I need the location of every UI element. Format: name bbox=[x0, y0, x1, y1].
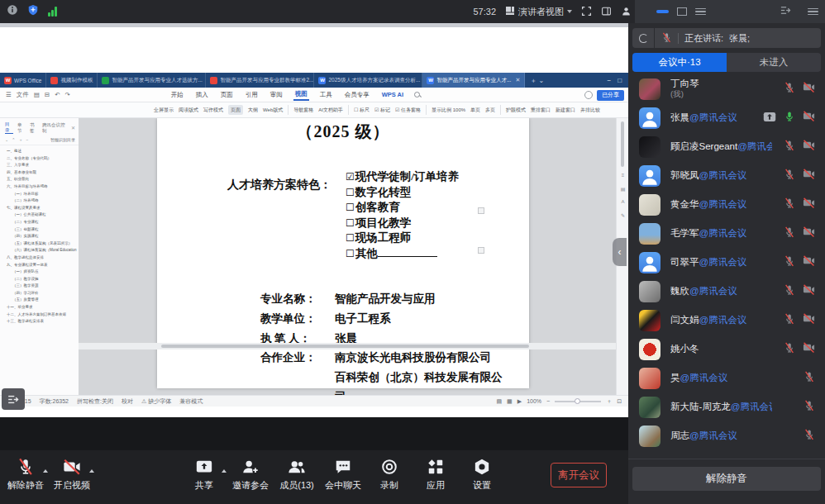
mic-muted-icon[interactable] bbox=[784, 197, 795, 212]
ribbon-item[interactable]: 多页 bbox=[485, 107, 495, 114]
menu-lines-icon[interactable] bbox=[695, 8, 706, 16]
wps-menu-WPS AI[interactable]: WPS AI bbox=[380, 90, 405, 99]
tab-in-meeting[interactable]: 会议中·13 bbox=[632, 53, 727, 72]
horizontal-scrollbar[interactable] bbox=[79, 343, 616, 349]
toolbar-item-chat[interactable]: 会中聊天 bbox=[324, 458, 362, 492]
status-segment[interactable]: 拼写检查:关闭 bbox=[77, 397, 113, 406]
participants-icon[interactable] bbox=[621, 6, 632, 18]
wps-restore-icon[interactable]: □ bbox=[618, 77, 622, 84]
expand-caret-icon[interactable] bbox=[222, 469, 227, 473]
camera-off-icon[interactable] bbox=[803, 139, 815, 155]
mic-muted-icon[interactable] bbox=[804, 371, 815, 386]
panel-unmute-button[interactable]: 解除静音 bbox=[632, 467, 821, 491]
network-signal-icon[interactable] bbox=[48, 7, 57, 17]
wps-document-tab[interactable]: 智能产品开发与应用专业人才选拔方... bbox=[98, 73, 206, 88]
outline-item[interactable]: （一）公共基础课程 bbox=[0, 212, 77, 219]
mic-muted-icon[interactable] bbox=[804, 400, 815, 415]
ribbon-item[interactable]: AI文档助手 bbox=[318, 107, 343, 114]
wps-document-tab[interactable]: W2025级人才培养方案记录表调查分析... bbox=[314, 73, 422, 88]
smart-toc-label[interactable]: 智能识别目录 bbox=[50, 137, 75, 142]
ribbon-item[interactable]: ☑ 标记 bbox=[374, 107, 390, 114]
ribbon-item[interactable]: Web版式 bbox=[263, 107, 283, 114]
tab-not-joined[interactable]: 未进入 bbox=[727, 53, 821, 72]
play-view-icon[interactable]: ▶ bbox=[517, 398, 522, 405]
hamburger-icon[interactable] bbox=[808, 8, 818, 16]
camera-off-icon[interactable] bbox=[803, 226, 815, 241]
mic-muted-icon[interactable] bbox=[784, 169, 795, 183]
outline-item[interactable]: 九、专业课程设置一览表 bbox=[0, 262, 77, 269]
ribbon-item[interactable]: 页面 bbox=[228, 105, 243, 115]
nav-tab-3[interactable]: 腾讯会议控制 bbox=[42, 122, 67, 134]
zoom-slider[interactable] bbox=[555, 401, 601, 402]
expand-all-icon[interactable]: ⌃ bbox=[12, 137, 15, 142]
mic-muted-icon[interactable] bbox=[784, 342, 795, 357]
view-web-icon[interactable]: ▦ bbox=[507, 398, 513, 405]
restore-window-icon[interactable] bbox=[677, 7, 687, 16]
camera-off-icon[interactable] bbox=[803, 168, 815, 183]
ribbon-item[interactable]: 显示比例 100% bbox=[432, 107, 465, 114]
list-item[interactable]: 黄金华@腾讯会议 bbox=[628, 190, 825, 219]
outline-item[interactable]: （四）学习评价 bbox=[0, 290, 77, 297]
ribbon-item[interactable]: 并排比较 bbox=[580, 107, 600, 114]
wps-menu-引用[interactable]: 引用 bbox=[244, 90, 260, 100]
redo-icon[interactable]: ↷ bbox=[64, 91, 69, 98]
camera-off-icon[interactable] bbox=[803, 81, 815, 97]
font-tool-icon[interactable]: A bbox=[617, 199, 629, 204]
outline-item[interactable]: 十一、毕业要求 bbox=[0, 304, 77, 311]
wps-share-button[interactable]: 已分享 bbox=[597, 90, 624, 101]
mic-muted-icon[interactable] bbox=[784, 284, 795, 299]
account-avatar-icon[interactable] bbox=[584, 91, 593, 99]
status-segment[interactable]: 校对 bbox=[122, 397, 133, 406]
outline-item[interactable]: 五、职业面向 bbox=[0, 176, 77, 183]
zoom-out-icon[interactable]: − bbox=[26, 137, 28, 142]
outline-item[interactable]: 四、基本修业年限 bbox=[0, 169, 77, 177]
ribbon-item[interactable]: 导航窗格 bbox=[293, 107, 313, 114]
list-item[interactable]: 周志@腾讯会议 bbox=[628, 421, 825, 450]
list-item[interactable]: 闫文娟@腾讯会议 bbox=[628, 306, 825, 335]
list-item[interactable]: 顾启凌Sergeant@腾讯会议 bbox=[628, 132, 825, 161]
wps-minimize-icon[interactable]: − bbox=[607, 77, 611, 84]
mic-active-icon[interactable] bbox=[784, 111, 795, 126]
mic-muted-icon[interactable] bbox=[784, 255, 795, 270]
side-panel-toggle-icon[interactable] bbox=[601, 6, 612, 18]
wps-file-menu[interactable]: 文件 bbox=[17, 91, 29, 99]
vertical-scrollbar[interactable] bbox=[621, 121, 624, 167]
toolbar-item-invite[interactable]: 邀请参会 bbox=[231, 458, 269, 492]
wps-document-tab[interactable]: W智能产品开发与应用专业人才...✕ bbox=[422, 73, 525, 88]
toolbar-item-members[interactable]: 成员(13) bbox=[278, 458, 316, 492]
mic-muted-icon[interactable] bbox=[784, 226, 795, 241]
toolbar-item-record[interactable]: 录制 bbox=[370, 458, 408, 492]
camera-off-icon[interactable] bbox=[803, 254, 815, 270]
outline-item[interactable]: 十二、人才培养方案制订的基本依据 bbox=[0, 311, 77, 319]
ribbon-item[interactable]: 全屏显示 bbox=[154, 107, 174, 114]
wps-menu-开始[interactable]: 开始 bbox=[169, 90, 185, 100]
outline-item[interactable]: （一）师资队伍 bbox=[0, 269, 77, 276]
ribbon-item[interactable]: 新建窗口 bbox=[556, 107, 575, 114]
outline-item[interactable]: （二）教学设施 bbox=[0, 276, 77, 283]
minimize-icon[interactable] bbox=[656, 10, 669, 13]
wps-document-tab[interactable]: 智能产品开发与应用专业群教学标准2... bbox=[206, 73, 314, 88]
status-segment[interactable]: 兼容模式 bbox=[179, 397, 203, 406]
ribbon-item[interactable]: 写作模式 bbox=[203, 107, 223, 114]
camera-off-icon[interactable] bbox=[803, 341, 815, 357]
outline-item[interactable]: （六）课程德育架构（Moral Education Matr... bbox=[0, 247, 77, 254]
wps-menu-审阅[interactable]: 审阅 bbox=[269, 90, 284, 100]
list-item[interactable]: 丁向琴(我) bbox=[628, 74, 825, 103]
outline-item[interactable]: （四）实践课程 bbox=[0, 233, 77, 240]
comment-tool-icon[interactable]: ▤ bbox=[617, 186, 629, 192]
toolbar-item-apps[interactable]: 应用 bbox=[417, 458, 455, 492]
mic-muted-icon[interactable] bbox=[784, 82, 795, 97]
fit-page-icon[interactable]: ⊡ bbox=[617, 398, 622, 405]
print-icon[interactable]: ⊟ bbox=[45, 91, 50, 98]
save-icon[interactable]: ▤ bbox=[34, 91, 40, 98]
outline-item[interactable]: （二）培养规格 bbox=[0, 197, 77, 205]
close-icon[interactable]: ✕ bbox=[515, 77, 520, 83]
nav-tab-0[interactable]: 目录 bbox=[5, 121, 13, 134]
expand-caret-icon[interactable] bbox=[89, 469, 94, 473]
outline-item[interactable]: （一）培养目标 bbox=[0, 191, 77, 198]
nav-tab-1[interactable]: 章节 bbox=[17, 122, 26, 134]
list-item[interactable]: 昊@腾讯会议 bbox=[628, 364, 825, 392]
new-tab-button[interactable]: ＋ ⌄ bbox=[525, 73, 549, 88]
list-item[interactable]: 姚小冬 bbox=[628, 335, 825, 364]
meeting-toolbar-collapse-button[interactable] bbox=[2, 388, 25, 410]
